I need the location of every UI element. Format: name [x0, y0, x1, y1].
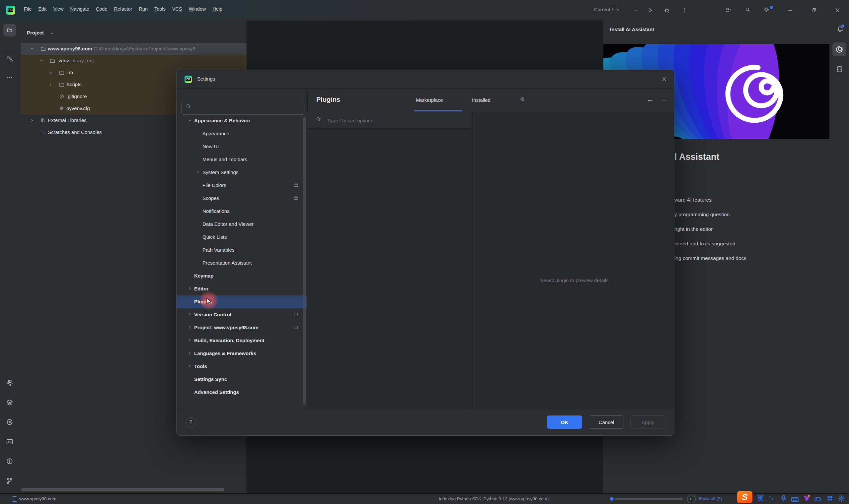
chevron-right-icon[interactable] — [188, 312, 192, 317]
settings-tree-item-advanced-settings[interactable]: Advanced Settings — [177, 386, 307, 399]
game-icon[interactable] — [814, 495, 822, 503]
run-configuration-selector[interactable]: Current File — [594, 7, 619, 12]
status-project-name[interactable]: www.vposy98.com — [19, 497, 56, 501]
menu-navigate[interactable]: Navigate — [67, 4, 92, 14]
folder-icon — [40, 46, 46, 51]
menu-code[interactable]: Code — [92, 4, 111, 14]
settings-search-input[interactable] — [196, 101, 301, 113]
menu-edit[interactable]: Edit — [35, 4, 50, 14]
settings-tree-item-plugins[interactable]: Plugins — [177, 295, 307, 308]
debug-icon[interactable] — [664, 7, 670, 13]
settings-search-box[interactable] — [181, 100, 304, 115]
help-button[interactable]: ? — [186, 417, 196, 428]
horizontal-scrollbar[interactable] — [21, 488, 224, 491]
chevron-right-icon[interactable] — [196, 170, 201, 175]
problems-icon[interactable] — [6, 457, 13, 465]
keyboard-icon[interactable] — [791, 496, 799, 503]
menu-tools[interactable]: Tools — [151, 4, 169, 14]
tree-row[interactable]: www.vposy98.com C:\Users\dingw\PycharmPr… — [19, 43, 247, 55]
settings-tree-item-appearance-behavior[interactable]: Appearance & Behavior — [177, 114, 307, 127]
settings-tree-item-editor[interactable]: Editor — [177, 283, 307, 295]
settings-tree-item-quick-lists[interactable]: Quick Lists — [177, 231, 307, 244]
cancel-button[interactable]: Cancel — [589, 415, 624, 429]
settings-tree-item-project-www-vposy98-com[interactable]: Project: www.vposy98.com — [177, 321, 307, 334]
more-horizontal-icon[interactable] — [6, 74, 13, 82]
settings-tree-item-build-execution-deployment[interactable]: Build, Execution, Deployment — [177, 334, 307, 347]
ime-language-indicator[interactable]: 英 — [757, 495, 764, 501]
chevron-right-icon[interactable] — [49, 82, 53, 87]
chevron-right-icon[interactable] — [188, 338, 192, 343]
menu-run[interactable]: Run — [135, 4, 151, 14]
run-icon[interactable] — [647, 7, 653, 13]
skin-icon[interactable] — [802, 494, 811, 502]
settings-tree-item-tools[interactable]: Tools — [177, 360, 307, 373]
menu-view[interactable]: View — [50, 4, 67, 14]
settings-tree-item-menus-and-toolbars[interactable]: Menus and Toolbars — [177, 153, 307, 166]
tree-row[interactable]: .venv library root — [19, 55, 247, 67]
database-icon[interactable] — [836, 66, 843, 73]
settings-tree-item-appearance[interactable]: Appearance — [177, 127, 307, 140]
apply-button[interactable]: Apply — [630, 415, 665, 429]
maximize-icon[interactable] — [811, 7, 817, 13]
ime-settings-icon[interactable] — [838, 495, 846, 503]
pause-indexing-button[interactable] — [687, 495, 696, 503]
minimize-icon[interactable] — [787, 7, 793, 13]
settings-tree-item-version-control[interactable]: Version Control — [177, 308, 307, 321]
search-icon[interactable] — [745, 7, 750, 12]
menu-file[interactable]: File — [21, 4, 35, 14]
ok-button[interactable]: OK — [547, 415, 582, 429]
packages-icon[interactable] — [6, 399, 13, 406]
version-control-icon[interactable] — [6, 478, 13, 485]
tab-installed[interactable]: Installed — [472, 97, 490, 103]
plugins-settings-gear-icon[interactable] — [520, 96, 526, 103]
chevron-down-icon[interactable] — [633, 8, 638, 13]
close-icon[interactable] — [834, 7, 841, 13]
show-all-processes-link[interactable]: Show all (2) — [698, 496, 722, 501]
plugins-search-box[interactable] — [307, 112, 473, 129]
chevron-right-icon[interactable] — [49, 70, 53, 75]
python-icon[interactable] — [6, 379, 13, 386]
settings-tree-item-data-editor-and-viewer[interactable]: Data Editor and Viewer — [177, 218, 307, 231]
settings-tree-item-new-ui[interactable]: New UI — [177, 140, 307, 153]
structure-icon[interactable] — [6, 56, 13, 63]
microphone-icon[interactable] — [780, 495, 788, 503]
chevron-down-icon[interactable] — [50, 32, 54, 36]
terminal-icon[interactable] — [6, 438, 13, 445]
apps-icon[interactable] — [827, 495, 834, 503]
menu-window[interactable]: Window — [186, 4, 209, 14]
menu-refactor[interactable]: Refactor — [111, 4, 136, 14]
close-icon[interactable] — [659, 75, 669, 84]
settings-tree-item-presentation-assistant[interactable]: Presentation Assistant — [177, 257, 307, 270]
settings-tree-item-keymap[interactable]: Keymap — [177, 270, 307, 283]
chevron-down-icon[interactable] — [30, 47, 35, 51]
settings-tree-item-languages-frameworks[interactable]: Languages & Frameworks — [177, 347, 307, 360]
project-folder-icon[interactable] — [3, 24, 16, 36]
back-arrow-icon[interactable]: ← — [646, 95, 654, 104]
chevron-down-icon[interactable] — [39, 58, 44, 63]
menu-help[interactable]: Help — [209, 4, 226, 14]
ime-punctuation-icon[interactable]: ·, — [769, 493, 773, 501]
chevron-right-icon[interactable] — [188, 325, 192, 329]
settings-tree-scrollbar[interactable] — [303, 116, 306, 405]
add-user-icon[interactable] — [725, 7, 731, 13]
services-icon[interactable] — [6, 418, 13, 426]
more-vertical-icon[interactable] — [682, 7, 688, 13]
settings-tree-item-scopes[interactable]: Scopes — [177, 192, 307, 205]
settings-tree-item-notifications[interactable]: Notifications — [177, 205, 307, 218]
sogou-input-icon[interactable]: S — [737, 491, 752, 503]
chevron-right-icon[interactable] — [30, 118, 35, 123]
tab-marketplace[interactable]: Marketplace — [416, 97, 443, 103]
chevron-down-icon[interactable] — [188, 118, 192, 123]
chevron-right-icon[interactable] — [188, 364, 192, 368]
settings-tree-item-system-settings[interactable]: System Settings — [177, 166, 307, 179]
menu-vcs[interactable]: VCS — [169, 4, 186, 14]
plugins-search-input[interactable] — [327, 114, 467, 126]
settings-tree-item-settings-sync[interactable]: Settings Sync — [177, 373, 307, 386]
chevron-right-icon[interactable] — [188, 286, 192, 291]
chevron-right-icon[interactable] — [188, 351, 192, 356]
settings-gear-icon[interactable] — [764, 7, 769, 12]
project-panel-title[interactable]: Project — [27, 30, 44, 35]
settings-tree-item-file-colors[interactable]: File Colors — [177, 179, 307, 192]
settings-tree-item-path-variables[interactable]: Path Variables — [177, 244, 307, 257]
ai-assistant-icon[interactable] — [832, 42, 846, 56]
